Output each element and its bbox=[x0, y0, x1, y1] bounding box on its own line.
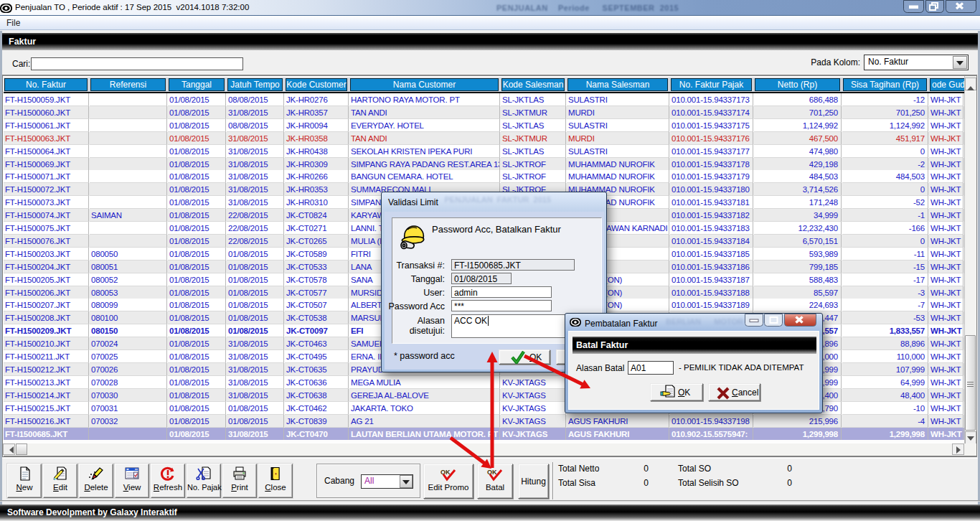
svg-text:OK: OK bbox=[487, 469, 497, 476]
svg-text:OK: OK bbox=[440, 469, 451, 476]
